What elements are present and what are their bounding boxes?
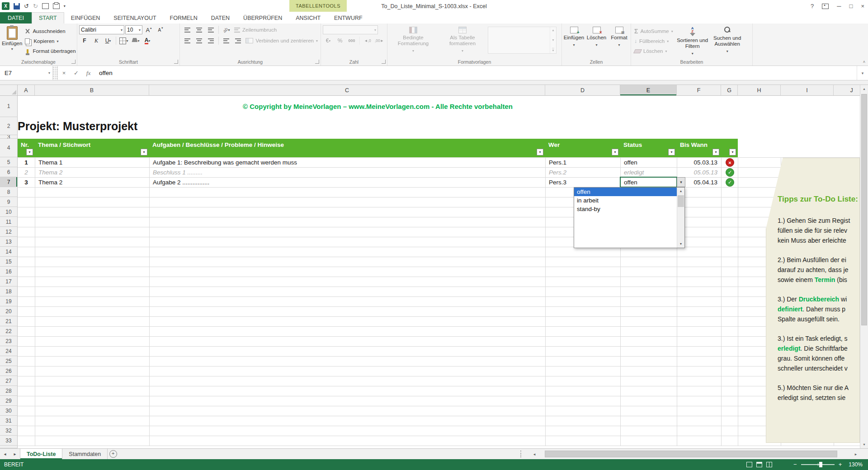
italic-button[interactable]: K bbox=[91, 36, 102, 45]
touch-mode-icon[interactable] bbox=[42, 3, 49, 9]
fill-color-button[interactable]: ▾ bbox=[130, 36, 141, 45]
scroll-right-icon[interactable]: ▸ bbox=[852, 450, 860, 458]
tab-ueberpruefen[interactable]: ÜBERPRÜFEN bbox=[236, 12, 289, 24]
sheet-tab-todo-liste[interactable]: ToDo-Liste bbox=[20, 449, 62, 459]
row-header-20[interactable]: 20 bbox=[0, 306, 18, 316]
help-icon[interactable]: ? bbox=[811, 3, 814, 9]
cell-status-5[interactable]: offen bbox=[620, 157, 677, 167]
row-header-3[interactable]: 3 bbox=[0, 135, 18, 139]
cell-aufgabe-5[interactable]: Aufgabe 1: Beschreibung was gemacht werd… bbox=[149, 157, 545, 167]
filter-button-B[interactable]: ▾ bbox=[141, 149, 147, 155]
filter-button-A[interactable]: ▾ bbox=[26, 149, 33, 155]
cancel-button[interactable]: × bbox=[58, 66, 70, 80]
row-header-21[interactable]: 21 bbox=[0, 316, 18, 326]
scroll-up-icon[interactable]: ▴ bbox=[860, 85, 868, 93]
cell-aufgabe-6[interactable]: Beschluss 1 ......... bbox=[149, 167, 545, 177]
row-header-33[interactable]: 33 bbox=[0, 436, 18, 446]
row-header-13[interactable]: 13 bbox=[0, 237, 18, 247]
sort-filter-button[interactable]: AZ Sortieren und Filtern ▾ bbox=[676, 25, 709, 56]
align-right-button[interactable] bbox=[205, 36, 216, 45]
page-layout-view-icon[interactable] bbox=[756, 462, 762, 467]
column-header-F[interactable]: F bbox=[677, 85, 721, 96]
dialog-launcher-clipboard[interactable] bbox=[71, 60, 75, 64]
cell-wer-6[interactable]: Pers.2 bbox=[545, 167, 620, 177]
orientation-button[interactable]: ab▾ bbox=[221, 25, 232, 34]
paste-button[interactable]: Einfügen ▾ bbox=[2, 25, 22, 56]
filter-button-D[interactable]: ▾ bbox=[612, 149, 618, 155]
font-color-button[interactable]: A▾ bbox=[142, 36, 153, 45]
page-break-view-icon[interactable] bbox=[766, 462, 772, 467]
row-header-28[interactable]: 28 bbox=[0, 386, 18, 396]
scroll-down-icon[interactable]: ▾ bbox=[677, 240, 684, 248]
filter-button-E[interactable]: ▾ bbox=[668, 149, 675, 155]
insert-cells-button[interactable]: + Einfügen ▾ bbox=[564, 25, 584, 48]
sheet-tab-stammdaten[interactable]: Stammdaten bbox=[62, 449, 108, 459]
row-header-23[interactable]: 23 bbox=[0, 336, 18, 346]
align-top-button[interactable] bbox=[182, 25, 193, 34]
tab-datei[interactable]: DATEI bbox=[0, 12, 32, 24]
column-header-B[interactable]: B bbox=[35, 85, 149, 96]
zoom-out-button[interactable]: − bbox=[793, 459, 797, 470]
sheet-nav-right-icon[interactable]: ▸ bbox=[10, 449, 20, 459]
scroll-left-icon[interactable]: ◂ bbox=[530, 450, 538, 458]
find-select-button[interactable]: Suchen und Auswählen ▾ bbox=[711, 25, 744, 56]
column-header-H[interactable]: H bbox=[738, 85, 781, 96]
underline-button[interactable]: U▾ bbox=[103, 36, 113, 45]
tab-start[interactable]: START bbox=[32, 12, 64, 24]
normal-view-icon[interactable] bbox=[746, 462, 752, 467]
row-header-18[interactable]: 18 bbox=[0, 287, 18, 296]
row-header-5[interactable]: 5 bbox=[0, 157, 18, 167]
zoom-slider[interactable] bbox=[801, 464, 835, 465]
row-header-26[interactable]: 26 bbox=[0, 366, 18, 376]
increase-font-button[interactable]: A▴ bbox=[143, 25, 154, 34]
cell-nr-5[interactable]: 1 bbox=[18, 157, 35, 167]
font-name-select[interactable]: Calibri▾ bbox=[79, 25, 124, 34]
row-header-6[interactable]: 6 bbox=[0, 167, 18, 177]
row-header-4[interactable]: 4 bbox=[0, 139, 18, 157]
filter-button-C[interactable]: ▾ bbox=[537, 149, 543, 155]
tab-seitenlayout[interactable]: SEITENLAYOUT bbox=[107, 12, 163, 24]
status-dropdown-arrow[interactable]: ▾ bbox=[677, 177, 685, 187]
column-header-D[interactable]: D bbox=[545, 85, 620, 96]
horizontal-scroll-thumb[interactable] bbox=[545, 451, 837, 457]
zoom-thumb[interactable] bbox=[819, 462, 822, 467]
row-header-2[interactable]: 2 bbox=[0, 117, 18, 135]
enter-button[interactable]: ✓ bbox=[70, 66, 82, 80]
zoom-level[interactable]: 130% bbox=[849, 461, 863, 468]
increase-indent-button[interactable] bbox=[232, 36, 243, 45]
maximize-icon[interactable]: □ bbox=[849, 3, 853, 9]
row-header-14[interactable]: 14 bbox=[0, 247, 18, 257]
tab-einfuegen[interactable]: EINFÜGEN bbox=[64, 12, 107, 24]
row-header-30[interactable]: 30 bbox=[0, 406, 18, 416]
column-header-A[interactable]: A bbox=[18, 85, 35, 96]
delete-cells-button[interactable]: × Löschen ▾ bbox=[587, 25, 607, 48]
select-all-corner[interactable] bbox=[0, 85, 18, 96]
bold-button[interactable]: F bbox=[79, 36, 90, 45]
column-header-J[interactable]: J bbox=[834, 85, 860, 96]
insert-function-button[interactable]: fx bbox=[82, 66, 94, 80]
scroll-down-icon[interactable]: ▾ bbox=[860, 441, 868, 448]
dialog-launcher-alignment[interactable] bbox=[315, 60, 319, 64]
dropdown-scrollbar[interactable]: ▴▾ bbox=[677, 188, 684, 248]
collapse-ribbon-icon[interactable]: ˄ bbox=[863, 60, 865, 64]
sheet-grid[interactable]: ABCDEFGHIJ123456789101112131415161718192… bbox=[0, 85, 860, 448]
row-header-27[interactable]: 27 bbox=[0, 376, 18, 386]
formula-bar-grip[interactable] bbox=[53, 66, 58, 80]
redo-icon[interactable]: ↻ bbox=[33, 0, 38, 12]
undo-icon[interactable]: ↺ bbox=[24, 0, 29, 12]
zoom-in-button[interactable]: + bbox=[839, 459, 842, 470]
filter-button-F[interactable]: ▾ bbox=[712, 149, 719, 155]
cell-aufgabe-7[interactable]: Aufgabe 2 ................ bbox=[149, 177, 545, 187]
row-header-32[interactable]: 32 bbox=[0, 426, 18, 436]
new-sheet-button[interactable]: + bbox=[108, 449, 118, 459]
cell-thema-7[interactable]: Thema 2 bbox=[35, 177, 149, 187]
row-header-22[interactable]: 22 bbox=[0, 326, 18, 336]
tab-ansicht[interactable]: ANSICHT bbox=[289, 12, 327, 24]
vertical-scroll-thumb[interactable] bbox=[861, 94, 867, 325]
cell-thema-5[interactable]: Thema 1 bbox=[35, 157, 149, 167]
row-header-8[interactable]: 8 bbox=[0, 187, 18, 197]
align-middle-button[interactable] bbox=[193, 25, 204, 34]
row-header-1[interactable]: 1 bbox=[0, 96, 18, 117]
dropdown-option-offen[interactable]: offen bbox=[574, 188, 677, 196]
vertical-scrollbar[interactable]: ▴ ▾ bbox=[860, 85, 868, 448]
